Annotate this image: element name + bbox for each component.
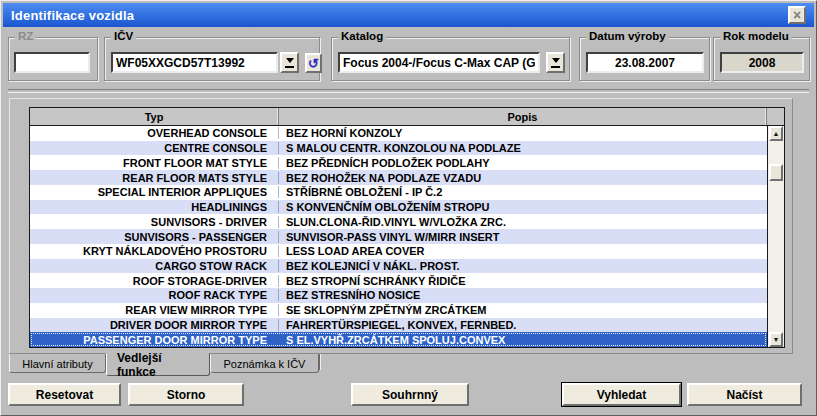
icv-label: IČV (111, 30, 136, 43)
cell-popis: S MALOU CENTR. KONZOLOU NA PODLAZE (279, 142, 767, 154)
table-row[interactable]: CARGO STOW RACK BEZ KOLEJNICÍ V NÁKL. PR… (30, 259, 767, 274)
datum-vyroby-input[interactable] (586, 52, 704, 73)
dropdown-icon (551, 58, 560, 68)
katalog-dropdown-button[interactable] (546, 52, 565, 73)
nacist-button[interactable]: Načíst (687, 383, 802, 406)
cell-typ: DRIVER DOOR MIRROR TYPE (30, 319, 279, 331)
scroll-down-button[interactable]: ▼ (769, 332, 783, 347)
scroll-up-icon: ▲ (773, 130, 780, 137)
cell-typ: ROOF STORAGE-DRIVER (30, 275, 279, 287)
icv-dropdown-button[interactable] (280, 52, 299, 73)
cell-typ: SPECIAL INTERIOR APPLIQUES (30, 186, 279, 198)
cell-popis: BEZ HORNÍ KONZOLY (279, 127, 767, 139)
cell-popis: BEZ KOLEJNICÍ V NÁKL. PROST. (279, 260, 767, 272)
rok-modelu-field (720, 52, 804, 73)
rz-input (14, 52, 90, 73)
table-row[interactable]: ROOF RACK TYPE BEZ STRESNÍHO NOSICE (30, 288, 767, 303)
cell-popis: BEZ PŘEDNÍCH PODLOŽEK PODLAHY (279, 157, 767, 169)
vertical-scrollbar[interactable]: ▲ ▼ (767, 126, 784, 347)
refresh-icon: ↺ (308, 56, 319, 71)
group-icv: IČV ↺ (104, 37, 320, 81)
cell-typ: HEADLININGS (30, 201, 279, 213)
tab-label: Vedlejší funkce (117, 351, 199, 379)
cell-typ: OVERHEAD CONSOLE (30, 127, 279, 139)
cell-typ: CARGO STOW RACK (30, 260, 279, 272)
cell-popis: SUNVISOR-PASS VINYL W/MIRR INSERT (279, 231, 767, 243)
cell-popis: S KONVENČNÍM OBLOŽENÍM STROPU (279, 201, 767, 213)
rok-modelu-label: Rok modelu (720, 30, 792, 43)
table-row[interactable]: OVERHEAD CONSOLE BEZ HORNÍ KONZOLY (30, 126, 767, 141)
table-row[interactable]: SPECIAL INTERIOR APPLIQUES STŘÍBRNÉ OBLO… (30, 185, 767, 200)
cell-typ: KRYT NÁKLADOVÉHO PROSTORU (30, 245, 279, 257)
scrollbar-thumb[interactable] (769, 164, 783, 181)
katalog-input[interactable] (338, 52, 540, 73)
cell-popis: BEZ STRESNÍHO NOSICE (279, 289, 767, 301)
cell-popis: BEZ ROHOŽEK NA PODLAZE VZADU (279, 172, 767, 184)
icv-refresh-button[interactable]: ↺ (305, 53, 322, 73)
table-row[interactable]: REAR VIEW MIRROR TYPE SE SKLOPNÝM ZPĚTNÝ… (30, 303, 767, 318)
column-header-stub (767, 108, 784, 125)
table-row[interactable]: CENTRE CONSOLE S MALOU CENTR. KONZOLOU N… (30, 141, 767, 156)
cell-popis: SLUN.CLONA-ŘID.VINYL W/VLOŽKA ZRC. (279, 216, 767, 228)
group-rz: RZ (8, 37, 98, 81)
separator-line (8, 89, 809, 93)
vyhledat-button[interactable]: Vyhledat (562, 383, 681, 406)
table-row[interactable]: ROOF STORAGE-DRIVER BEZ STROPNÍ SCHRÁNKY… (30, 273, 767, 288)
table-row[interactable]: SUNVISORS - PASSENGER SUNVISOR-PASS VINY… (30, 229, 767, 244)
dialog-identifikace-vozidla: Identifikace vozidla × RZ IČV ↺ Katalog … (0, 0, 817, 416)
group-datum-vyroby: Datum výroby (579, 37, 710, 81)
cell-popis: LESS LOAD AREA COVER (279, 245, 767, 257)
scroll-down-icon: ▼ (773, 336, 780, 343)
cell-typ: ROOF RACK TYPE (30, 289, 279, 301)
tab-hlavni-atributy[interactable]: Hlavní atributy (9, 354, 106, 373)
close-button[interactable]: × (788, 6, 806, 24)
cell-popis: FAHRERTÜRSPIEGEL, KONVEX, FERNBED. (279, 319, 767, 331)
column-header-popis[interactable]: Popis (279, 108, 767, 125)
close-icon: × (793, 9, 801, 21)
grid-header: Typ Popis (30, 108, 784, 126)
rz-label: RZ (15, 30, 36, 43)
titlebar[interactable]: Identifikace vozidla × (3, 3, 814, 27)
cell-typ: SUNVISORS - DRIVER (30, 216, 279, 228)
tab-label: Hlavní atributy (22, 358, 92, 370)
scroll-up-button[interactable]: ▲ (769, 126, 783, 141)
cell-popis: STŘÍBRNÉ OBLOŽENÍ - IP Č.2 (279, 186, 767, 198)
table-row[interactable]: PASSENGER DOOR MIRROR TYPE S EL.VYHŘ.ZRC… (30, 332, 767, 347)
datum-vyroby-label: Datum výroby (586, 30, 669, 43)
tab-strip-end (319, 354, 320, 370)
group-katalog: Katalog (331, 37, 570, 81)
table-row[interactable]: SUNVISORS - DRIVER SLUN.CLONA-ŘID.VINYL … (30, 214, 767, 229)
dropdown-icon (285, 58, 294, 68)
table-row[interactable]: REAR FLOOR MATS STYLE BEZ ROHOŽEK NA POD… (30, 170, 767, 185)
tab-vedlejsi-funkce[interactable]: Vedlejší funkce (106, 353, 210, 376)
table-row[interactable]: DRIVER DOOR MIRROR TYPE FAHRERTÜRSPIEGEL… (30, 318, 767, 333)
katalog-label: Katalog (338, 30, 386, 43)
cell-typ: PASSENGER DOOR MIRROR TYPE (30, 334, 279, 346)
table-body: OVERHEAD CONSOLE BEZ HORNÍ KONZOLY CENTR… (30, 126, 767, 347)
cell-typ: CENTRE CONSOLE (30, 142, 279, 154)
cell-typ: REAR VIEW MIRROR TYPE (30, 304, 279, 316)
window-title: Identifikace vozidla (3, 8, 134, 23)
icv-input[interactable] (111, 52, 278, 73)
table-row[interactable]: HEADLININGS S KONVENČNÍM OBLOŽENÍM STROP… (30, 200, 767, 215)
group-rok-modelu: Rok modelu (713, 37, 810, 81)
storno-button[interactable]: Storno (128, 383, 244, 406)
cell-typ: REAR FLOOR MATS STYLE (30, 172, 279, 184)
cell-popis: BEZ STROPNÍ SCHRÁNKY ŘIDIČE (279, 275, 767, 287)
table-row[interactable]: KRYT NÁKLADOVÉHO PROSTORU LESS LOAD AREA… (30, 244, 767, 259)
cell-popis: S EL.VYHŘ.ZRCÁTKEM SPOLUJ.CONVEX (279, 334, 767, 346)
tab-label: Poznámka k IČV (224, 358, 306, 370)
tab-strip: Hlavní atributy Vedlejší funkce Poznámka… (9, 354, 320, 377)
cell-typ: FRONT FLOOR MAT STYLE (30, 157, 279, 169)
attributes-grid: Typ Popis OVERHEAD CONSOLE BEZ HORNÍ KON… (29, 107, 785, 348)
souhrnny-button[interactable]: Souhrnný (351, 383, 469, 406)
column-header-typ[interactable]: Typ (30, 108, 279, 125)
cell-popis: SE SKLOPNÝM ZPĚTNÝM ZRCÁTKEM (279, 304, 767, 316)
resetovat-button[interactable]: Resetovat (8, 383, 121, 406)
tab-poznamka-k-icv[interactable]: Poznámka k IČV (210, 354, 319, 373)
cell-typ: SUNVISORS - PASSENGER (30, 231, 279, 243)
table-row[interactable]: FRONT FLOOR MAT STYLE BEZ PŘEDNÍCH PODLO… (30, 155, 767, 170)
